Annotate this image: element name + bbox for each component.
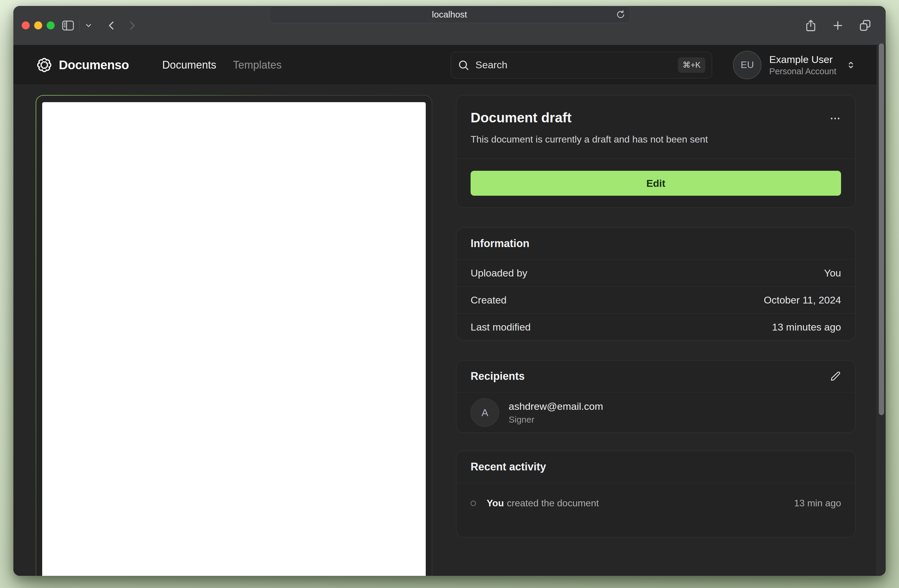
recipients-card: Recipients A ashdrew@email.com Signer: [456, 360, 856, 433]
document-sidebar: Document draft This document is currentl…: [456, 95, 856, 576]
share-icon[interactable]: [804, 19, 817, 32]
traffic-lights: [22, 6, 55, 45]
search-input[interactable]: Search ⌘+K: [451, 52, 712, 79]
nav-templates[interactable]: Templates: [233, 59, 282, 71]
sidebar-toggle-icon[interactable]: [61, 19, 75, 32]
user-initials: EU: [741, 59, 754, 70]
main-nav: Documents Templates: [162, 59, 282, 71]
activity-action: created the document: [507, 498, 599, 508]
user-avatar: EU: [733, 51, 762, 79]
toolbar-left: [61, 6, 138, 45]
close-button[interactable]: [22, 22, 30, 29]
search-shortcut-badge: ⌘+K: [678, 57, 706, 73]
info-label: Uploaded by: [471, 267, 527, 279]
info-value: October 11, 2024: [764, 294, 841, 306]
recent-activity-title: Recent activity: [471, 461, 546, 473]
user-name: Example User: [769, 53, 836, 66]
info-label: Created: [471, 294, 507, 306]
app-header: Documenso Documents Templates Search ⌘+K…: [13, 45, 886, 85]
more-menu-icon[interactable]: [829, 113, 841, 124]
browser-titlebar: localhost: [13, 6, 886, 45]
nav-documents[interactable]: Documents: [162, 59, 216, 71]
recipient-role: Signer: [509, 414, 603, 425]
document-preview-frame: [36, 95, 432, 576]
activity-time: 13 min ago: [794, 498, 841, 509]
brand-name: Documenso: [59, 58, 129, 72]
recipient-initial: A: [482, 407, 488, 418]
activity-actor: You: [487, 498, 504, 508]
info-row-uploaded-by: Uploaded by You: [456, 259, 855, 286]
user-menu[interactable]: EU Example User Personal Account: [733, 51, 856, 79]
activity-item: Youcreated the document 13 min ago: [456, 483, 855, 537]
edit-recipients-pencil-icon[interactable]: [830, 370, 841, 382]
information-card: Information Uploaded by You Created Octo…: [456, 227, 856, 341]
edit-button[interactable]: Edit: [471, 171, 841, 196]
documenso-logo-icon: [36, 56, 53, 74]
tab-overview-icon[interactable]: [858, 19, 872, 32]
document-status-card: Document draft This document is currentl…: [456, 95, 856, 208]
document-preview-container: [36, 96, 432, 576]
document-page-preview: [42, 102, 426, 576]
new-tab-icon[interactable]: [831, 19, 844, 32]
minimize-button[interactable]: [34, 22, 42, 29]
page-content: Document draft This document is currentl…: [13, 85, 886, 576]
search-placeholder: Search: [475, 59, 507, 71]
recipient-row: A ashdrew@email.com Signer: [456, 392, 855, 433]
recipients-title: Recipients: [471, 370, 525, 383]
info-row-created: Created October 11, 2024: [456, 286, 855, 313]
info-value: 13 minutes ago: [772, 321, 841, 333]
info-row-last-modified: Last modified 13 minutes ago: [456, 313, 855, 340]
info-label: Last modified: [471, 321, 531, 333]
toolbar-right: [804, 6, 872, 45]
recent-activity-card: Recent activity Youcreated the document …: [456, 451, 856, 537]
recipient-avatar: A: [471, 398, 499, 427]
reload-icon[interactable]: [616, 9, 626, 20]
activity-status-icon: [471, 501, 476, 506]
toolbar-separator: [79, 20, 80, 31]
browser-window: localhost: [13, 6, 886, 576]
document-status-subtitle: This document is currently a draft and h…: [471, 134, 841, 145]
address-bar[interactable]: localhost: [269, 6, 630, 23]
address-bar-url: localhost: [432, 9, 467, 20]
brand-logo[interactable]: Documenso: [36, 56, 129, 74]
recipient-email: ashdrew@email.com: [509, 400, 603, 413]
chevron-up-down-icon: [846, 60, 856, 70]
info-value: You: [824, 267, 841, 279]
information-title: Information: [471, 237, 530, 250]
document-status-title: Document draft: [471, 110, 572, 126]
user-account-type: Personal Account: [769, 66, 836, 77]
forward-button[interactable]: [126, 20, 138, 31]
chevron-down-icon[interactable]: [84, 22, 93, 30]
back-button[interactable]: [106, 20, 117, 31]
scrollbar-thumb[interactable]: [879, 43, 884, 415]
zoom-button[interactable]: [46, 22, 55, 29]
search-icon: [457, 59, 470, 71]
